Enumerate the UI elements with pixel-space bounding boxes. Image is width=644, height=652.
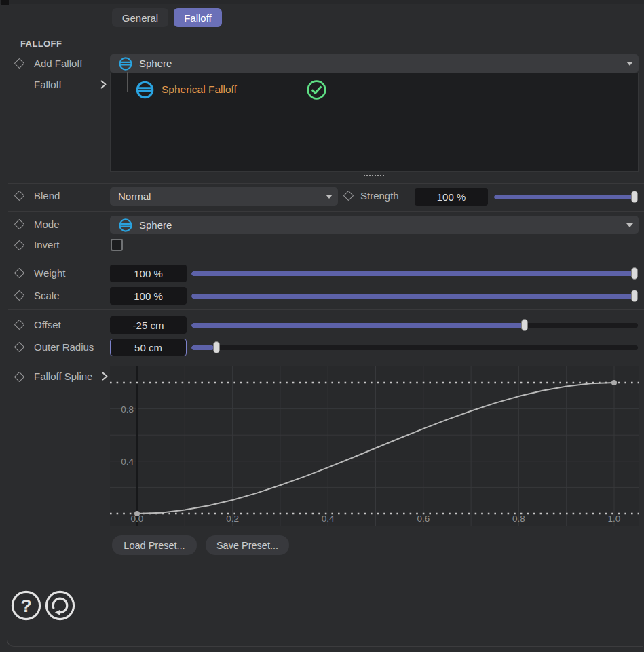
blend-value: Normal bbox=[118, 191, 151, 202]
blend-label: Blend bbox=[34, 190, 60, 202]
outer-radius-label: Outer Radius bbox=[34, 341, 94, 353]
svg-text:0.4: 0.4 bbox=[121, 457, 134, 467]
slider-handle[interactable] bbox=[213, 341, 220, 353]
slider-handle[interactable] bbox=[631, 191, 638, 203]
question-mark-icon: ? bbox=[20, 596, 31, 616]
enabled-check-icon[interactable] bbox=[306, 79, 327, 103]
dropdown-arrow[interactable] bbox=[320, 187, 338, 206]
offset-slider[interactable] bbox=[191, 319, 638, 331]
scale-label: Scale bbox=[34, 290, 60, 301]
mode-label: Mode bbox=[34, 218, 60, 230]
svg-text:0.0: 0.0 bbox=[131, 514, 144, 524]
svg-text:0.4: 0.4 bbox=[322, 514, 335, 524]
list-item-label: Spherical Falloff bbox=[162, 83, 237, 96]
falloff-tree-label: Falloff bbox=[34, 79, 62, 90]
tab-general[interactable]: General bbox=[112, 8, 168, 27]
slider-fill bbox=[191, 323, 527, 328]
strength-label: Strength bbox=[360, 190, 399, 202]
circular-arrow-icon bbox=[44, 590, 76, 621]
separator bbox=[8, 309, 644, 310]
outer-radius-input[interactable]: 50 cm bbox=[110, 339, 187, 356]
load-preset-button[interactable]: Load Preset... bbox=[112, 535, 197, 555]
dropdown-arrow[interactable] bbox=[620, 216, 639, 234]
scale-value: 100 % bbox=[134, 290, 163, 302]
slider-handle[interactable] bbox=[631, 290, 638, 302]
strength-input[interactable]: 100 % bbox=[415, 188, 488, 206]
blend-dropdown[interactable]: Normal bbox=[110, 187, 338, 206]
falloff-spline-label: Falloff Spline bbox=[34, 370, 92, 382]
sphere-icon bbox=[135, 80, 155, 100]
svg-text:1.0: 1.0 bbox=[608, 514, 621, 524]
weight-input[interactable]: 100 % bbox=[110, 265, 187, 282]
weight-slider[interactable] bbox=[191, 267, 638, 280]
keyframe-diamond-icon[interactable] bbox=[14, 342, 25, 353]
separator bbox=[8, 579, 644, 579]
scale-slider[interactable] bbox=[191, 290, 638, 302]
slider-fill bbox=[191, 271, 638, 276]
chevron-right-icon[interactable] bbox=[100, 79, 107, 90]
section-header: FALLOFF bbox=[20, 39, 62, 49]
slider-track[interactable] bbox=[191, 294, 638, 299]
add-falloff-dropdown[interactable]: Sphere bbox=[110, 54, 639, 73]
svg-text:0.8: 0.8 bbox=[121, 404, 134, 415]
sphere-icon bbox=[118, 56, 133, 71]
resize-handle[interactable] bbox=[364, 175, 384, 176]
separator bbox=[8, 211, 644, 212]
slider-fill bbox=[191, 345, 214, 350]
keyframe-diamond-icon[interactable] bbox=[14, 268, 25, 279]
spline-graph-editor[interactable]: 0.00.20.40.60.81.00.40.8 bbox=[110, 366, 639, 526]
reset-button[interactable] bbox=[44, 590, 76, 621]
keyframe-diamond-icon[interactable] bbox=[14, 240, 25, 251]
keyframe-diamond-icon[interactable] bbox=[14, 219, 25, 230]
outer-radius-value: 50 cm bbox=[134, 342, 162, 353]
offset-label: Offset bbox=[34, 319, 61, 330]
window-artifact bbox=[1, 0, 9, 5]
keyframe-diamond-icon[interactable] bbox=[14, 58, 25, 69]
falloff-panel: General Falloff FALLOFF Add Falloff Sphe… bbox=[0, 0, 644, 652]
keyframe-diamond-icon[interactable] bbox=[14, 372, 25, 383]
add-falloff-label: Add Falloff bbox=[34, 58, 82, 69]
chevron-right-icon[interactable] bbox=[101, 371, 109, 381]
separator bbox=[8, 567, 644, 567]
slider-fill bbox=[191, 294, 638, 299]
dropdown-arrow[interactable] bbox=[620, 54, 639, 73]
outer-radius-slider[interactable] bbox=[191, 341, 638, 353]
weight-value: 100 % bbox=[134, 268, 163, 280]
strength-slider[interactable] bbox=[494, 191, 638, 203]
add-falloff-value: Sphere bbox=[139, 58, 172, 69]
keyframe-diamond-icon[interactable] bbox=[14, 191, 25, 202]
separator bbox=[8, 183, 644, 184]
slider-track[interactable] bbox=[191, 323, 638, 328]
strength-value: 100 % bbox=[437, 191, 466, 203]
keyframe-diamond-icon[interactable] bbox=[343, 191, 354, 202]
mode-value: Sphere bbox=[139, 219, 172, 231]
slider-handle[interactable] bbox=[521, 319, 528, 331]
sphere-icon bbox=[118, 218, 133, 233]
mode-dropdown[interactable]: Sphere bbox=[110, 216, 639, 234]
separator bbox=[8, 362, 644, 362]
svg-text:0.6: 0.6 bbox=[417, 514, 430, 524]
offset-value: -25 cm bbox=[133, 320, 164, 331]
slider-handle[interactable] bbox=[631, 267, 638, 280]
svg-text:0.8: 0.8 bbox=[512, 514, 525, 524]
slider-track[interactable] bbox=[494, 195, 638, 199]
tab-falloff[interactable]: Falloff bbox=[174, 8, 222, 27]
list-item-spherical-falloff[interactable]: Spherical Falloff bbox=[111, 77, 637, 102]
offset-input[interactable]: -25 cm bbox=[110, 316, 187, 334]
keyframe-diamond-icon[interactable] bbox=[14, 290, 25, 301]
slider-track[interactable] bbox=[191, 345, 638, 350]
slider-track[interactable] bbox=[191, 271, 638, 276]
invert-checkbox[interactable] bbox=[111, 239, 123, 251]
svg-text:0.2: 0.2 bbox=[226, 514, 239, 524]
slider-fill bbox=[494, 195, 638, 199]
weight-label: Weight bbox=[34, 267, 65, 279]
separator bbox=[8, 261, 644, 261]
save-preset-button[interactable]: Save Preset... bbox=[206, 535, 289, 555]
keyframe-diamond-icon[interactable] bbox=[14, 320, 25, 330]
scale-input[interactable]: 100 % bbox=[110, 287, 187, 305]
window-top-strip bbox=[0, 0, 644, 4]
invert-label: Invert bbox=[34, 239, 60, 250]
falloff-list[interactable]: Spherical Falloff bbox=[110, 73, 639, 172]
help-button[interactable]: ? bbox=[10, 590, 42, 621]
